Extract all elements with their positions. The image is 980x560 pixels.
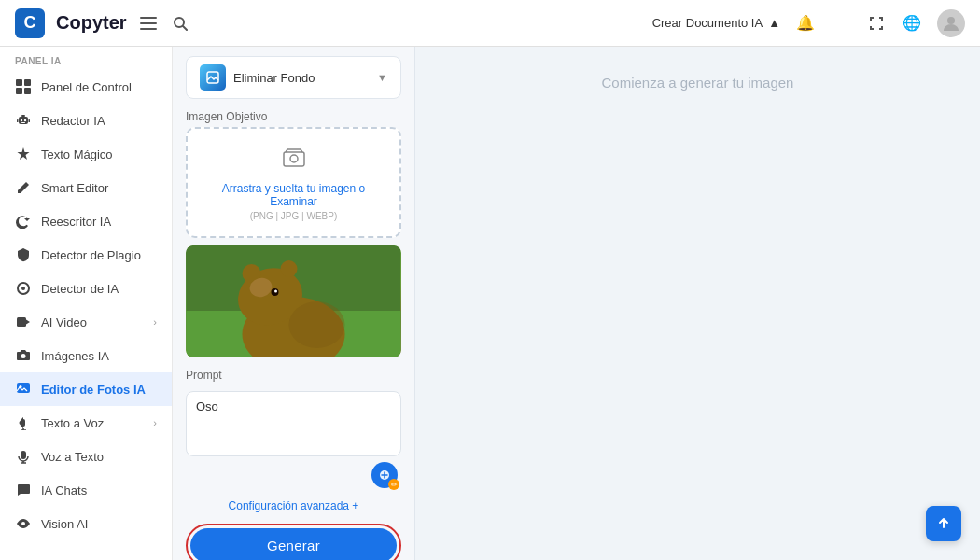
sidebar-item-reescritor-ia[interactable]: Reescritor IA [0,204,172,238]
svg-rect-0 [140,17,157,19]
avatar[interactable] [937,9,965,37]
sidebar-item-label: Texto Mágico [41,147,113,161]
content-area: Eliminar Fondo ▼ Imagen Objetivo Arra [173,47,980,560]
svg-marker-17 [18,147,30,160]
hamburger-icon[interactable] [138,13,159,34]
image-preview [186,245,401,357]
grid-icon [15,78,32,95]
svg-rect-14 [21,122,25,123]
svg-rect-11 [21,115,25,117]
prompt-section: Prompt ✏ [186,369,401,488]
sidebar-item-voz-a-texto[interactable]: Voz a Texto [0,440,172,473]
ai-enhance-button[interactable]: ✏ [371,462,398,488]
sidebar-item-label: Imágenes IA [41,349,109,363]
search-icon[interactable] [170,13,190,34]
sidebar: PANEL IA Panel de Control [0,47,173,560]
svg-rect-7 [24,79,31,86]
crear-documento-btn[interactable]: Crear Documento IA ▲ [652,16,780,30]
magic-icon [15,146,32,162]
language-icon[interactable]: 🌐 [902,13,922,34]
svg-rect-6 [16,79,22,86]
sidebar-item-redactor-ia[interactable]: Redactor IA [0,104,172,137]
generar-button-wrapper: Generar [186,524,401,560]
prompt-label: Prompt [186,369,401,382]
svg-point-22 [21,354,26,358]
app-header: C Copyter Crear Documento IA ▲ 🔔 [0,0,980,47]
dark-mode-icon[interactable] [831,13,851,34]
rewrite-icon [15,213,32,230]
imagen-objetivo-label: Imagen Objetivo [186,110,401,123]
sidebar-item-label: Detector de IA [41,282,119,296]
sidebar-item-imagenes-ia[interactable]: Imágenes IA [0,339,172,372]
remove-bg-label: Eliminar Fondo [233,71,315,85]
app-title: Copyter [56,12,127,34]
camera-icon [15,347,32,364]
prompt-actions: ✏ [186,462,401,488]
photo-edit-icon [15,381,32,398]
svg-rect-20 [17,317,26,327]
svg-line-4 [183,26,187,30]
svg-point-44 [289,301,345,348]
preview-placeholder: Comienza a generar tu imagen [602,75,794,91]
sidebar-item-editor-fotos-ia[interactable]: Editor de Fotos IA [0,372,172,406]
svg-rect-28 [21,451,26,459]
camera-upload-icon [203,144,385,176]
sidebar-item-panel-control[interactable]: Panel de Control [0,70,172,104]
upload-formats: (PNG | JPG | WEBP) [203,211,385,221]
svg-rect-25 [21,419,25,427]
advanced-config-link[interactable]: Configuración avanzada + [186,499,401,512]
main-layout: PANEL IA Panel de Control [0,47,980,560]
svg-point-13 [24,119,26,121]
notifications-icon[interactable]: 🔔 [795,13,816,34]
chevron-right-icon: › [153,316,157,328]
detect-icon [15,280,32,297]
svg-point-19 [21,287,25,290]
sidebar-item-label: Reescritor IA [41,215,111,229]
bear-image [186,245,401,357]
svg-rect-16 [29,119,31,122]
dropdown-arrow-icon: ▼ [377,72,387,83]
svg-rect-1 [140,22,157,24]
sidebar-item-ia-chats[interactable]: IA Chats [0,473,172,507]
svg-point-43 [274,290,277,293]
sidebar-item-label: Panel de Control [41,80,132,94]
generar-button[interactable]: Generar [190,528,397,560]
sidebar-item-label: Voz a Texto [41,450,104,464]
logo-icon: C [15,8,45,38]
sidebar-item-label: IA Chats [41,483,87,497]
fullscreen-icon[interactable] [866,13,887,34]
sidebar-item-label: Texto a Voz [41,416,104,430]
sidebar-item-vision-ai[interactable]: Vision AI [0,507,172,540]
prompt-textarea[interactable] [186,391,401,456]
upload-text: Arrastra y suelta tu imagen o Examinar [203,182,385,208]
sidebar-item-label: AI Video [41,315,87,329]
sidebar-item-detector-plagio[interactable]: Detector de Plagio [0,238,172,272]
svg-rect-9 [24,88,31,94]
upload-zone[interactable]: Arrastra y suelta tu imagen o Examinar (… [186,127,401,238]
sidebar-item-ai-video[interactable]: AI Video › [0,305,172,339]
preview-panel: Comienza a generar tu imagen [415,47,980,560]
sidebar-item-label: Editor de Fotos IA [41,383,146,397]
svg-rect-2 [140,28,157,30]
remove-bg-button[interactable]: Eliminar Fondo ▼ [186,56,401,99]
svg-rect-8 [16,88,22,94]
sidebar-item-label: Smart Editor [41,181,108,195]
svg-rect-15 [17,119,19,122]
sidebar-item-label: Vision AI [41,517,88,531]
robot-icon [15,112,32,129]
sidebar-item-smart-editor[interactable]: Smart Editor [0,171,172,204]
sidebar-item-label: Redactor IA [41,114,105,128]
pencil-icon: ✏ [388,479,399,490]
svg-point-34 [290,155,298,162]
tts-icon [15,414,32,431]
eye-icon [15,515,32,532]
upload-link[interactable]: Examinar [270,195,317,208]
sidebar-item-texto-a-voz[interactable]: Texto a Voz › [0,406,172,440]
svg-point-12 [21,119,22,121]
sidebar-item-detector-ia[interactable]: Detector de IA [0,272,172,305]
scroll-top-button[interactable] [926,506,961,541]
svg-point-40 [281,260,298,277]
sidebar-item-texto-magico[interactable]: Texto Mágico [0,137,172,171]
sidebar-section-label: PANEL IA [0,47,172,70]
tool-panel: Eliminar Fondo ▼ Imagen Objetivo Arra [173,47,415,560]
